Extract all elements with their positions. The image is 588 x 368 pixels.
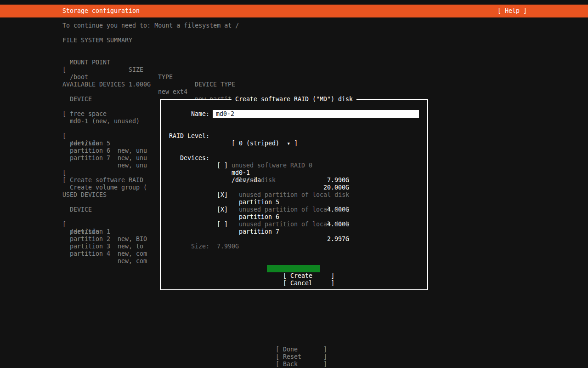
back-button[interactable]: [ Back ] xyxy=(268,353,327,361)
device-row-dev-sda: /dev/sda 20.000G xyxy=(161,169,427,177)
intro-text: To continue you need to: Mount a filesys… xyxy=(62,22,239,29)
create-button[interactable]: [ Create ] xyxy=(267,265,320,272)
cancel-label: Cancel xyxy=(290,280,312,287)
device-size: 2.997G xyxy=(294,236,349,243)
name-label: Name: xyxy=(169,110,209,118)
device-row-partition-6[interactable]: [X] partition 6 4.000G xyxy=(161,199,427,206)
close-bracket: ] xyxy=(331,280,334,287)
close-bracket: ] xyxy=(290,140,298,147)
device-note: unused partition of local disk xyxy=(239,206,349,213)
used-devices-heading: USED DEVICES xyxy=(62,191,107,199)
size-value: 7.990G xyxy=(217,243,239,250)
device-row-partition-7[interactable]: [ ] partition 7 2.997G xyxy=(161,213,427,221)
size-label: Size: xyxy=(169,243,209,250)
create-software-raid-item[interactable]: [ Create software RAID xyxy=(0,162,7,169)
open-bracket: [ xyxy=(276,361,283,368)
partition-label: partition 6 xyxy=(70,147,110,155)
partition-status: new, BIO xyxy=(118,236,147,243)
available-partition-6: partition 6 new, unu xyxy=(0,140,7,147)
open-bracket: [ xyxy=(62,169,66,177)
page-title: Storage configuration xyxy=(62,7,140,15)
open-bracket: [ xyxy=(62,177,66,184)
device-row-partition-5[interactable]: [X] partition 5 4.000G xyxy=(161,184,427,191)
device-name: partition 7 xyxy=(239,228,279,236)
device-note: local disk xyxy=(239,177,276,184)
mount-point-value: /boot xyxy=(70,74,88,81)
device-label: md0-1 (new, unused) xyxy=(70,118,140,125)
open-bracket: [ xyxy=(62,66,66,74)
partition-label: partition 3 xyxy=(70,243,110,250)
filesystem-summary-heading: FILE SYSTEM SUMMARY xyxy=(62,37,132,44)
raid-level-label: RAID Level: xyxy=(169,132,209,140)
open-bracket: [ xyxy=(62,132,66,140)
back-label: Back xyxy=(283,361,298,368)
raid-name-input[interactable] xyxy=(213,110,419,118)
storage-configuration-screen: { "titlebar": { "title": "Storage config… xyxy=(0,0,588,368)
filesystem-row-boot[interactable]: [ /boot 1.000G new ext4 new partition of… xyxy=(0,59,7,66)
checkbox-partition-6[interactable]: [X] xyxy=(217,206,228,213)
partition-status: new, com xyxy=(118,258,147,265)
title-bar: Storage configuration [ Help ] xyxy=(0,5,588,17)
available-md0-free-space: free space xyxy=(70,110,107,118)
raid-level-dropdown[interactable]: [ 0 (striped) ▾ ] xyxy=(217,132,298,140)
available-partition-7: partition 7 new, unu xyxy=(0,147,7,155)
checkbox-partition-7[interactable]: [ ] xyxy=(217,221,228,228)
available-device-dev-sda[interactable]: [ /dev/sda xyxy=(0,125,7,132)
used-partition-4: partition 4 new, com xyxy=(0,243,7,250)
partition-label: partition 7 xyxy=(70,155,110,162)
button-pad xyxy=(298,361,323,368)
available-device-md0-1[interactable]: [ md0-1 (new, unused) xyxy=(0,103,7,110)
partition-label: partition 2 xyxy=(70,236,110,243)
open-bracket: [ xyxy=(62,221,66,228)
device-note: unused partition of local disk xyxy=(239,221,349,228)
size-value: 1.000G xyxy=(129,81,151,88)
item-label: Create software RAID xyxy=(70,177,143,184)
column-size: SIZE xyxy=(129,66,143,74)
available-devices-column-device: DEVICE xyxy=(70,96,92,103)
help-button[interactable]: [ Help ] xyxy=(498,7,527,15)
partition-label: partition 5 xyxy=(70,140,110,147)
partition-label: partition 4 xyxy=(70,250,110,258)
available-partition-5: partition 5 new, unu xyxy=(0,132,7,140)
close-bracket: ] xyxy=(323,361,327,368)
device-row-md0-1[interactable]: [ ] md0-1 7.990G xyxy=(161,155,427,162)
item-label: Create volume group ( xyxy=(70,184,147,191)
reset-button[interactable]: [ Reset ] xyxy=(268,346,327,353)
column-device-type: DEVICE TYPE xyxy=(195,81,235,88)
column-type: TYPE xyxy=(158,74,173,81)
cancel-button[interactable]: [ Cancel ] xyxy=(267,272,320,280)
raid-level-value: [ 0 (striped) xyxy=(232,140,287,147)
available-devices-heading: AVAILABLE DEVICES xyxy=(62,81,125,88)
close-bracket: ] xyxy=(331,272,334,279)
create-volume-group-item[interactable]: [ Create volume group ( xyxy=(0,169,7,177)
used-device-dev-sda[interactable]: [ /dev/sda xyxy=(0,213,7,221)
used-partition-1: partition 1 new, BIO xyxy=(0,221,7,228)
partition-status: new, to xyxy=(118,243,143,250)
dialog-title: Create software RAID ("MD") disk xyxy=(232,96,356,103)
partition-status: new, unu xyxy=(118,162,147,169)
partition-label: partition 1 xyxy=(70,228,110,236)
filesystem-summary-header: MOUNT POINT SIZE TYPE DEVICE TYPE xyxy=(0,52,7,59)
open-bracket: [ xyxy=(62,110,66,118)
device-note: unused partition of local disk xyxy=(239,191,349,199)
button-pad xyxy=(312,280,331,287)
type-value: new ext4 xyxy=(158,88,187,96)
checkbox-partition-5[interactable]: [X] xyxy=(217,191,228,199)
open-bracket: [ xyxy=(283,280,290,287)
column-mount-point: MOUNT POINT xyxy=(70,59,110,66)
dropdown-arrow-icon: ▾ xyxy=(287,140,290,147)
partition-status: new, unu xyxy=(118,155,147,162)
device-size: 7.990G xyxy=(294,177,349,184)
create-raid-dialog: Create software RAID ("MD") disk Name: R… xyxy=(160,99,428,290)
partition-status: new, com xyxy=(118,250,147,258)
used-partition-2: partition 2 new, to xyxy=(0,228,7,236)
device-note: unused software RAID 0 xyxy=(232,162,312,169)
done-button[interactable]: [ Done ] xyxy=(268,339,327,346)
checkbox-md0-1[interactable]: [ ] xyxy=(217,162,228,169)
used-devices-column-device: DEVICE xyxy=(70,206,92,213)
partition-status: new, unu xyxy=(118,147,147,155)
used-partition-3: partition 3 new, com xyxy=(0,236,7,243)
